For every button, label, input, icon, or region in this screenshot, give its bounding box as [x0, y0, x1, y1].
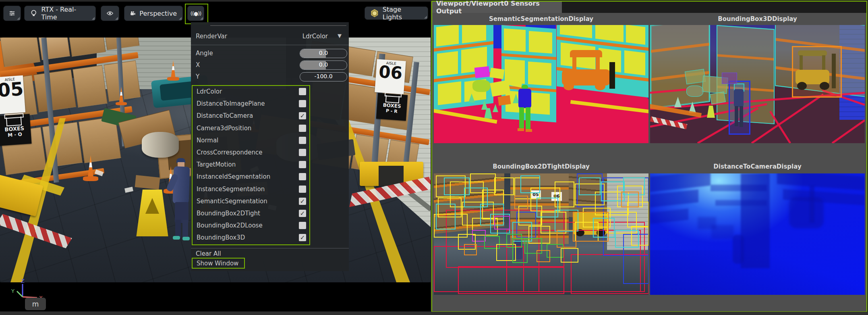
small-box [135, 175, 160, 190]
sensor-option-DistanceToImagePlane[interactable]: DistanceToImagePlane [193, 98, 309, 110]
traffic-cone [83, 155, 98, 181]
worker-shoe [182, 237, 190, 240]
field-slider[interactable]: 0.0 [300, 49, 347, 58]
sensor-dropdown-menu: RenderVar LdrColor ▼ Angle0.0X0.0Y-100.0… [191, 22, 349, 271]
barrel [142, 132, 179, 158]
stage-lights-label: Stage Lights [383, 6, 422, 21]
option-checkbox[interactable] [299, 161, 306, 168]
rendervar-row[interactable]: RenderVar LdrColor ▼ [191, 32, 349, 42]
sensor-option-InstanceSegmentation[interactable]: InstanceSegmentation [193, 184, 309, 196]
sensor-option-Normal[interactable]: Normal [193, 135, 309, 147]
bbox2d-rect [579, 177, 601, 195]
option-checkbox[interactable] [299, 173, 306, 180]
sensor-option-BoundingBox3D[interactable]: BoundingBox3D✓ [193, 232, 309, 244]
sensor-option-InstanceIdSegmentation[interactable]: InstanceIdSegmentation [193, 171, 309, 183]
option-checkbox[interactable]: ✓ [299, 210, 306, 217]
bbox2d-rect [561, 248, 578, 263]
rendervar-value[interactable]: LdrColor [302, 33, 328, 40]
option-checkbox[interactable] [299, 149, 306, 156]
guard-notch [379, 166, 404, 186]
worker-jacket [172, 166, 190, 204]
option-label: InstanceIdSegmentation [197, 173, 270, 180]
bbox2d-rect [537, 250, 550, 262]
option-checkbox[interactable]: ✓ [299, 234, 306, 241]
bbox2d-rect [573, 212, 609, 242]
axis-z-label: Z [21, 278, 25, 284]
worker-leg [175, 220, 181, 238]
option-label: LdrColor [197, 88, 222, 95]
visibility-button[interactable] [101, 6, 119, 21]
traffic-cone [167, 60, 179, 81]
unit-button[interactable]: m [25, 298, 46, 310]
clear-all-button[interactable]: Clear All [196, 250, 221, 257]
sensor-option-TargetMotion[interactable]: TargetMotion [193, 159, 309, 171]
option-checkbox[interactable] [299, 186, 306, 193]
video-camera-icon [130, 10, 135, 17]
field-slider[interactable]: -100.0 [300, 72, 347, 81]
field-label: Y [196, 73, 199, 80]
bbox2d-rect [520, 175, 540, 193]
option-label: TargetMotion [197, 161, 236, 168]
worker-leg [182, 220, 188, 238]
seg-person [517, 85, 534, 133]
axis-y-label: Y [11, 288, 15, 294]
window-bottom-edge [0, 312, 868, 315]
bbox2d-rect [512, 238, 528, 263]
eye-icon [107, 10, 113, 17]
bbox2d-rect [514, 196, 528, 209]
show-window-button[interactable]: Show Window [192, 258, 245, 269]
option-label: BoundingBox2DLoose [197, 222, 263, 229]
sensor-option-list: LdrColorDistanceToImagePlaneDistanceToCa… [192, 85, 310, 245]
renderer-button[interactable]: RTX - Real-Time [24, 6, 96, 21]
field-row-angle[interactable]: Angle0.0 [191, 49, 349, 58]
option-checkbox[interactable]: ✓ [299, 112, 306, 119]
field-slider[interactable]: 0.0 [300, 60, 347, 70]
menu-separator [210, 25, 346, 26]
stage-light-icon [371, 9, 379, 17]
sensor-button-highlight [185, 4, 208, 24]
option-label: DistanceToImagePlane [197, 100, 265, 107]
option-checkbox[interactable] [299, 100, 306, 107]
seg-forklift [562, 50, 613, 90]
option-label: Camera3dPosition [197, 125, 251, 132]
bounding-box-2d-tight-view: 05 06 [434, 173, 648, 295]
rendervar-label: RenderVar [196, 33, 227, 40]
option-label: BoundingBox3D [197, 234, 245, 241]
field-value: -100.0 [300, 73, 347, 79]
field-row-y[interactable]: Y-100.0 [191, 72, 349, 81]
bbox2d-rect [436, 204, 456, 229]
stage-lights-button[interactable]: Stage Lights [365, 6, 428, 20]
field-label: Angle [196, 50, 213, 57]
sensor-option-BoundingBox2DLoose[interactable]: BoundingBox2DLoose [193, 220, 309, 232]
viewport-settings-button[interactable] [3, 6, 21, 21]
sensor-option-DistanceToCamera[interactable]: DistanceToCamera✓ [193, 110, 309, 122]
sensor-option-Camera3dPosition[interactable]: Camera3dPosition [193, 123, 309, 135]
option-checkbox[interactable] [299, 137, 306, 144]
view-label-bbox2d: BoundingBox2DTightDisplay [434, 163, 648, 170]
option-checkbox[interactable] [299, 125, 306, 132]
distance-to-camera-view [650, 173, 865, 295]
option-label: SemanticSegmentation [197, 198, 267, 205]
bbox2d-rect [458, 266, 564, 294]
chevron-down-icon[interactable]: ▼ [338, 33, 342, 39]
option-checkbox[interactable] [299, 222, 306, 229]
panel-tab-strip: Viewport/Viewport0 Sensors Output [432, 2, 866, 13]
view-label-bbox3d: BoundingBox3DDisplay [650, 15, 865, 23]
bbox2d-rect [615, 230, 639, 248]
camera-label: Perspective [139, 10, 177, 17]
option-checkbox[interactable]: ✓ [299, 198, 306, 205]
sensor-option-SemanticSegmentation[interactable]: SemanticSegmentation✓ [193, 196, 309, 208]
option-label: Normal [197, 137, 218, 144]
sensors-output-tab[interactable]: Viewport/Viewport0 Sensors Output [432, 2, 562, 13]
option-label: BoundingBox2DTight [197, 210, 260, 217]
sensors-output-panel: Viewport/Viewport0 Sensors Output Semant… [431, 1, 867, 312]
option-checkbox[interactable] [299, 88, 306, 95]
sensor-option-LdrColor[interactable]: LdrColor [193, 86, 309, 98]
unit-label: m [32, 300, 39, 308]
field-label: X [196, 61, 200, 69]
camera-button[interactable]: Perspective [124, 6, 183, 21]
sensor-option-CrossCorrespondence[interactable]: CrossCorrespondence [193, 147, 309, 159]
field-row-x[interactable]: X0.0 [191, 60, 349, 69]
view-label-distance: DistanceToCameraDisplay [650, 163, 865, 170]
sensor-option-BoundingBox2DTight[interactable]: BoundingBox2DTight✓ [193, 208, 309, 220]
